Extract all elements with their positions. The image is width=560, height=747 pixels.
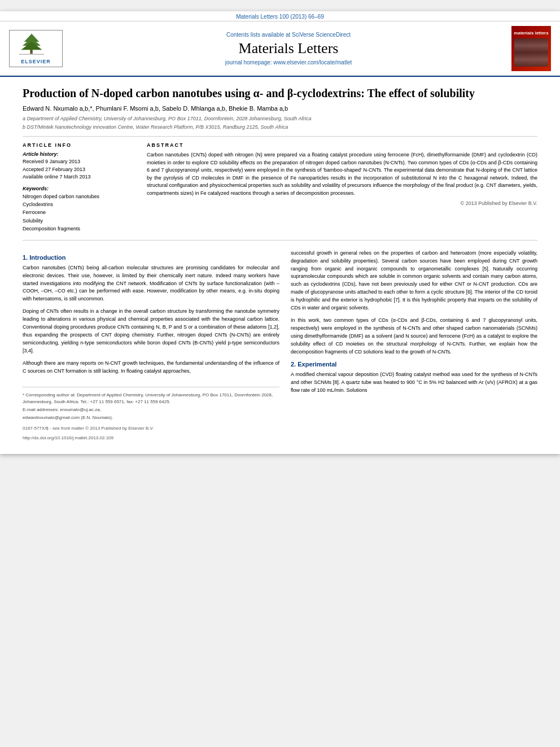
intro-para-1: Carbon nanotubes (CNTs) being all-carbon… (23, 264, 279, 304)
contents-available-text: Contents lists available at SciVerse Sci… (77, 32, 500, 38)
abstract-panel: ABSTRACT Carbon nanotubes (CNTs) doped w… (147, 142, 537, 233)
introduction-heading: 1. Introduction (23, 254, 279, 261)
elsevier-logo-box: ELSEVIER (9, 30, 63, 67)
article-info-panel: ARTICLE INFO Article history: Received 9… (23, 142, 135, 233)
keyword-2: Cyclodextrins (23, 200, 135, 208)
journal-citation-bar: Materials Letters 100 (2013) 66–69 (0, 11, 560, 21)
accepted-date: Accepted 27 February 2013 (23, 166, 135, 174)
affiliation-a: a Department of Applied Chemistry, Unive… (23, 115, 537, 123)
elsevier-wordmark: ELSEVIER (12, 59, 60, 64)
journal-thumbnail: materials letters (511, 26, 551, 71)
divider-1 (23, 136, 537, 137)
authors-line: Edward N. Nxumalo a,b,*, Phumlani F. Mso… (23, 105, 537, 112)
footnote-area: * Corresponding author at: Department of… (23, 387, 279, 440)
intro-para-4: successful growth in general relies on t… (291, 250, 537, 313)
article-body: 1. Introduction Carbon nanotubes (CNTs) … (23, 250, 537, 440)
article-history-label: Article history: (23, 151, 135, 157)
intro-para-5: In this work, two common types of CDs (α… (291, 317, 537, 356)
body-col-right: successful growth in general relies on t… (291, 250, 537, 440)
info-abstract-section: ARTICLE INFO Article history: Received 9… (23, 142, 537, 233)
sciverse-link[interactable]: SciVerse ScienceDirect (292, 32, 351, 38)
experimental-para-1: A modified chemical vapour deposition (C… (291, 371, 537, 395)
journal-header: ELSEVIER Contents lists available at Sci… (0, 21, 560, 77)
footer-doi: http://dx.doi.org/10.1016/j.matlet.2013.… (23, 435, 279, 440)
footer-license: 0167-577X/$ - see front matter © 2013 Pu… (23, 426, 279, 431)
footnote-email-1: E-mail addresses: enxumalo@uj.ac.za, (23, 407, 279, 413)
keyword-4: Solubility (23, 217, 135, 225)
journal-title: Materials Letters (77, 40, 500, 57)
divider-2 (23, 240, 537, 241)
homepage-link[interactable]: www.elsevier.com/locate/matlet (273, 59, 352, 65)
main-content: Production of N-doped carbon nanotubes u… (0, 77, 560, 454)
intro-para-2: Doping of CNTs often results in a change… (23, 308, 279, 355)
journal-homepage: journal homepage: www.elsevier.com/locat… (77, 59, 500, 65)
thumb-image (514, 38, 548, 67)
keyword-1: Nitrogen doped carbon nanotubes (23, 193, 135, 200)
svg-marker-3 (21, 42, 42, 50)
abstract-text: Carbon nanotubes (CNTs) doped with nitro… (147, 151, 537, 197)
article-title: Production of N-doped carbon nanotubes u… (23, 86, 537, 101)
body-col-left: 1. Introduction Carbon nanotubes (CNTs) … (23, 250, 279, 440)
footnote-corresponding: * Corresponding author at: Department of… (23, 392, 279, 405)
copyright-line: © 2013 Published by Elsevier B.V. (147, 200, 537, 206)
intro-para-3: Although there are many reports on N-CNT… (23, 360, 279, 375)
available-date: Available online 7 March 2013 (23, 173, 135, 181)
journal-citation: Materials Letters 100 (2013) 66–69 (236, 14, 324, 20)
footnote-email-2: edwardnxumalo@gmail.com (E.N. Nxumalo). (23, 414, 279, 421)
page: Materials Letters 100 (2013) 66–69 ELSEV… (0, 11, 560, 454)
keywords-list: Nitrogen doped carbon nanotubes Cyclodex… (23, 193, 135, 233)
article-info-label: ARTICLE INFO (23, 142, 135, 148)
abstract-label: ABSTRACT (147, 142, 537, 148)
journal-center-info: Contents lists available at SciVerse Sci… (65, 32, 511, 65)
received-date: Received 9 January 2013 (23, 158, 135, 166)
elsevier-logo-area: ELSEVIER (9, 30, 65, 67)
keywords-label: Keywords: (23, 186, 135, 191)
elsevier-tree-icon (12, 33, 51, 55)
keyword-5: Decomposition fragments (23, 225, 135, 233)
experimental-heading: 2. Experimental (291, 361, 537, 368)
thumb-title: materials letters (514, 30, 548, 36)
affiliation-b: b DST/Mintek Nanotechnology Innovation C… (23, 124, 537, 131)
article-dates: Received 9 January 2013 Accepted 27 Febr… (23, 158, 135, 181)
keyword-3: Ferrocene (23, 208, 135, 216)
